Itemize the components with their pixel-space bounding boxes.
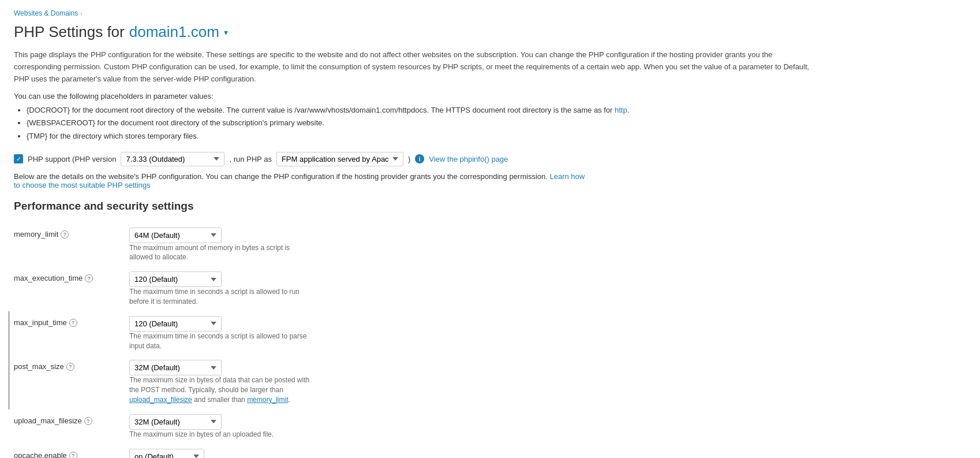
memory-limit-label: memory_limit <box>14 230 58 239</box>
section-title: Performance and security settings <box>14 200 966 213</box>
setting-row-post-max-size: post_max_size ? 32M (Default) 8M 64M The… <box>14 355 966 409</box>
main-description: This page displays the PHP configuration… <box>14 49 822 85</box>
setting-row-max-execution-time: max_execution_time ? 120 (Default) 30 60… <box>14 267 966 311</box>
http-link[interactable]: http <box>615 106 627 114</box>
max-execution-time-desc: The maximum time in seconds a script is … <box>129 287 314 307</box>
max-execution-time-select[interactable]: 120 (Default) 30 60 <box>129 271 222 287</box>
breadcrumb-link[interactable]: Websites & Domains <box>14 9 78 17</box>
run-as-label: , run PHP as <box>229 155 271 163</box>
php-support-checkbox[interactable]: ✓ <box>14 154 23 163</box>
post-max-size-label: post_max_size <box>14 362 64 371</box>
setting-row-memory-limit: memory_limit ? 64M (Default) 128M 256M T… <box>14 223 966 267</box>
opcache-enable-help-icon[interactable]: ? <box>69 452 77 458</box>
phpinfo-info-icon[interactable]: i <box>415 154 424 163</box>
max-input-time-desc: The maximum time in seconds a script is … <box>129 332 314 351</box>
php-support-label: PHP support (PHP version <box>28 155 116 163</box>
php-version-select[interactable]: 7.3.33 (Outdated) 8.0.x 8.1.x <box>121 152 225 166</box>
placeholders-section: You can use the following placeholders i… <box>14 92 966 142</box>
placeholder-item-docroot: {DOCROOT} for the document root director… <box>27 104 966 117</box>
max-execution-time-label: max_execution_time <box>14 274 83 282</box>
opcache-enable-label: opcache.enable <box>14 451 67 458</box>
memory-limit-help-icon[interactable]: ? <box>61 230 69 239</box>
post-max-size-desc: The maximum size in bytes of data that c… <box>129 375 314 404</box>
memory-limit-desc: The maximum amount of memory in bytes a … <box>129 243 314 263</box>
placeholders-intro: You can use the following placeholders i… <box>14 92 966 100</box>
upload-max-filesize-label: upload_max_filesize <box>14 416 82 425</box>
max-input-time-select[interactable]: 120 (Default) 30 60 <box>129 316 222 332</box>
memory-limit-select[interactable]: 64M (Default) 128M 256M <box>129 228 222 243</box>
post-max-size-select[interactable]: 32M (Default) 8M 64M <box>129 360 222 375</box>
opcache-enable-select[interactable]: on (Default) off <box>129 449 204 458</box>
post-max-size-help-icon[interactable]: ? <box>66 363 74 371</box>
placeholders-list: {DOCROOT} for the document root director… <box>14 104 966 142</box>
upload-max-filesize-desc: The maximum size in bytes of an uploaded… <box>129 430 314 440</box>
page-title-prefix: PHP Settings for <box>14 23 125 41</box>
setting-row-max-input-time: max_input_time ? 120 (Default) 30 60 The… <box>14 311 966 356</box>
placeholder-item-tmp: {TMP} for the directory which stores tem… <box>27 130 966 143</box>
domain-dropdown-arrow[interactable]: ▾ <box>224 28 228 37</box>
settings-table: memory_limit ? 64M (Default) 128M 256M T… <box>14 223 966 458</box>
upload-max-filesize-help-icon[interactable]: ? <box>84 417 92 425</box>
page-title: PHP Settings for domain1.com ▾ <box>14 23 966 41</box>
php-support-row: ✓ PHP support (PHP version 7.3.33 (Outda… <box>14 152 966 166</box>
breadcrumb: Websites & Domains › <box>14 9 966 17</box>
memory-limit-link[interactable]: memory_limit <box>247 396 288 404</box>
php-mode-select[interactable]: FPM application served by Apache FastCGI… <box>276 152 403 166</box>
view-phpinfo-link[interactable]: View the phpinfo() page <box>429 155 508 163</box>
breadcrumb-chevron: › <box>80 10 83 17</box>
domain-name: domain1.com <box>129 23 219 41</box>
setting-row-opcache-enable: opcache.enable ? on (Default) off <box>14 444 966 458</box>
upload-max-filesize-select[interactable]: 32M (Default) 8M 64M <box>129 414 222 430</box>
upload-max-filesize-link[interactable]: upload_max_filesize <box>129 396 192 404</box>
max-input-time-label: max_input_time <box>14 318 67 327</box>
closing-paren: ) <box>408 155 410 163</box>
below-description: Below are the details on the website's P… <box>14 172 591 189</box>
max-execution-time-help-icon[interactable]: ? <box>85 274 93 282</box>
placeholder-item-webspaceroot: {WEBSPACEROOT} for the document root dir… <box>27 117 966 129</box>
setting-row-upload-max-filesize: upload_max_filesize ? 32M (Default) 8M 6… <box>14 409 966 444</box>
max-input-time-help-icon[interactable]: ? <box>69 319 77 327</box>
